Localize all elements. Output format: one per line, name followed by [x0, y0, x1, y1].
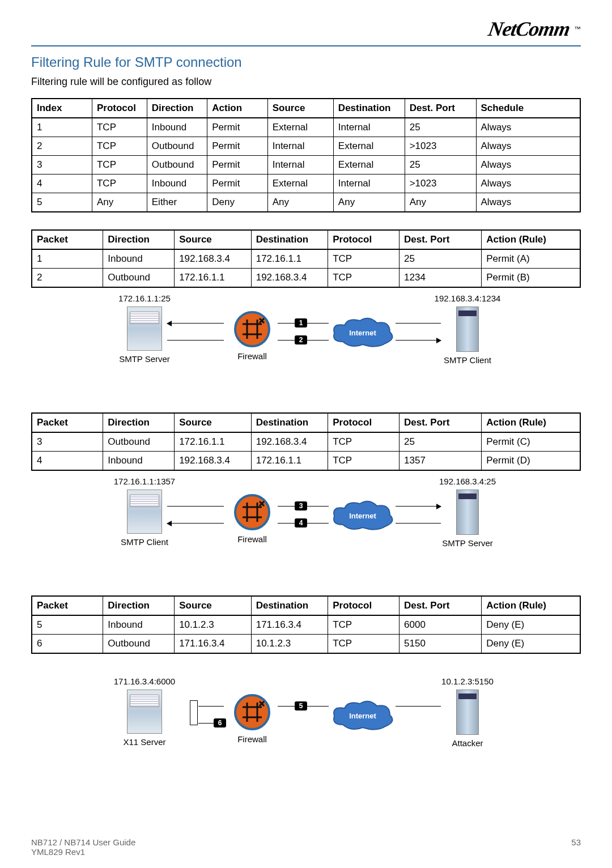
- table-row: 2Outbound172.16.1.1192.168.3.4TCP1234Per…: [32, 269, 580, 288]
- cell: TCP: [92, 175, 147, 193]
- cell: External: [333, 137, 405, 156]
- flow-line: [396, 523, 441, 524]
- rules-table: Index Protocol Direction Action Source D…: [31, 98, 581, 212]
- flow-line: [396, 706, 441, 707]
- server-icon: [127, 690, 162, 734]
- right-caption: SMTP Client: [425, 355, 510, 365]
- cell: Deny: [207, 193, 267, 212]
- cloud-label: Internet: [349, 329, 376, 337]
- cell: 1357: [400, 452, 482, 471]
- internet-cloud-icon: Internet: [329, 499, 397, 533]
- internet-cloud-icon: Internet: [329, 316, 397, 350]
- flow-badge: 3: [295, 501, 307, 510]
- cell: Outbound: [103, 269, 175, 288]
- right-caption: Attacker: [425, 738, 510, 748]
- section-title: Filtering Rule for SMTP connection: [31, 54, 581, 70]
- flow-arrow: [396, 340, 441, 341]
- diagram-right-endpoint: 192.168.3.4:25 SMTP Server: [425, 476, 510, 548]
- table-row: 4TCPInboundPermitExternalInternal>1023Al…: [32, 175, 580, 193]
- table-row: 5AnyEitherDenyAnyAnyAnyAlways: [32, 193, 580, 212]
- diagram-b: 172.16.1.1:1357 SMTP Client Firewall Int…: [102, 476, 510, 567]
- cell: 1: [32, 249, 103, 269]
- cell: 172.16.1.1: [251, 249, 328, 269]
- cell: TCP: [92, 118, 147, 137]
- cell: 171.16.3.4: [251, 615, 328, 635]
- table-row: 1TCPInboundPermitExternalInternal25Alway…: [32, 118, 580, 137]
- cell: Outbound: [103, 432, 175, 452]
- left-caption: X11 Server: [102, 737, 187, 747]
- page-footer: NB712 / NB714 User Guide YML829 Rev1 53: [31, 837, 581, 857]
- th: Source: [175, 230, 252, 249]
- cell: 4: [32, 175, 92, 193]
- cell: TCP: [328, 635, 400, 654]
- cell: 25: [405, 156, 476, 175]
- cell: 1: [32, 118, 92, 137]
- table-row: 4Inbound192.168.3.4172.16.1.1TCP1357Perm…: [32, 452, 580, 471]
- cell: Always: [476, 175, 580, 193]
- cell: Permit: [207, 156, 267, 175]
- server-icon: [456, 490, 479, 535]
- th: Action (Rule): [482, 230, 580, 249]
- left-caption: SMTP Server: [102, 354, 187, 364]
- cell: 192.168.3.4: [251, 432, 328, 452]
- table-row: 1Inbound192.168.3.4172.16.1.1TCP25Permit…: [32, 249, 580, 269]
- th: Destination: [251, 413, 328, 432]
- diagram-left-endpoint: 172.16.1.1:25 SMTP Server: [102, 293, 187, 364]
- cell: 25: [405, 118, 476, 137]
- cell: Permit (C): [482, 432, 580, 452]
- cell: Deny (E): [482, 615, 580, 635]
- cell: TCP: [92, 156, 147, 175]
- cell: Internal: [333, 175, 405, 193]
- table-header-row: Packet Direction Source Destination Prot…: [32, 413, 580, 432]
- server-icon: [127, 307, 162, 351]
- table-row: 3Outbound172.16.1.1192.168.3.4TCP25Permi…: [32, 432, 580, 452]
- firewall-icon: Firewall: [224, 310, 280, 361]
- cell: Permit (A): [482, 249, 580, 269]
- th: Source: [175, 413, 252, 432]
- flow-arrow: [167, 323, 224, 324]
- cell: Any: [333, 193, 405, 212]
- th: Dest. Port: [400, 413, 482, 432]
- cell: Always: [476, 137, 580, 156]
- left-ip: 172.16.1.1:1357: [102, 476, 187, 486]
- cell: Outbound: [147, 156, 207, 175]
- cell: 5: [32, 193, 92, 212]
- right-ip: 10.1.2.3:5150: [425, 676, 510, 686]
- th: Destination: [333, 99, 405, 118]
- cell: Outbound: [103, 635, 175, 654]
- cell: Outbound: [147, 137, 207, 156]
- cell: Any: [92, 193, 147, 212]
- brand-logo: NetComm: [486, 17, 575, 41]
- flow-badge: 6: [214, 718, 226, 727]
- th: Packet: [32, 230, 103, 249]
- cell: 172.16.1.1: [175, 432, 252, 452]
- header-rule: [31, 45, 581, 46]
- firewall-caption: Firewall: [224, 534, 280, 544]
- cell: >1023: [405, 175, 476, 193]
- flow-arrow: [396, 506, 441, 507]
- client-icon: [456, 307, 479, 352]
- attacker-icon: [456, 690, 479, 735]
- cloud-label: Internet: [349, 712, 376, 720]
- right-ip: 192.168.3.4:1234: [425, 293, 510, 303]
- cell: 10.1.2.3: [251, 635, 328, 654]
- cell: 25: [400, 432, 482, 452]
- left-caption: SMTP Client: [102, 537, 187, 547]
- diagram-left-endpoint: 171.16.3.4:6000 X11 Server: [102, 676, 187, 747]
- th: Source: [267, 99, 333, 118]
- cell: Inbound: [147, 175, 207, 193]
- svg-point-2: [235, 695, 269, 729]
- flow-line: [167, 340, 224, 341]
- cell: 192.168.3.4: [175, 452, 252, 471]
- th: Dest. Port: [400, 230, 482, 249]
- flow-badge: 5: [295, 701, 307, 710]
- th: Destination: [251, 230, 328, 249]
- th: Protocol: [328, 413, 400, 432]
- cell: 2: [32, 137, 92, 156]
- packets-a-table: Packet Direction Source Destination Prot…: [31, 229, 581, 288]
- cell: 25: [400, 249, 482, 269]
- right-ip: 192.168.3.4:25: [425, 476, 510, 486]
- cell: Internal: [267, 156, 333, 175]
- flow-arrow: [167, 523, 224, 524]
- th: Direction: [103, 596, 175, 615]
